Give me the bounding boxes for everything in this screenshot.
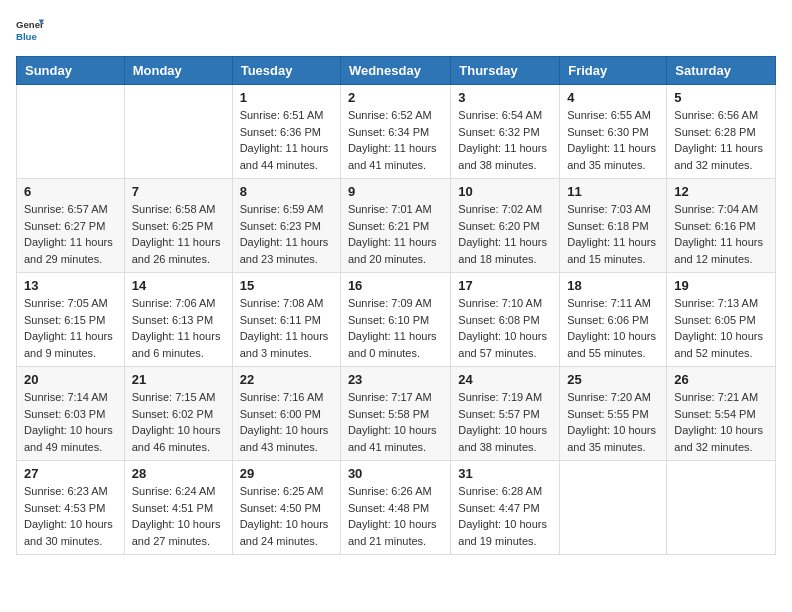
calendar-cell — [560, 461, 667, 555]
sunrise-text: Sunrise: 7:10 AM — [458, 297, 542, 309]
calendar-cell: 4 Sunrise: 6:55 AM Sunset: 6:30 PM Dayli… — [560, 85, 667, 179]
sunrise-text: Sunrise: 7:11 AM — [567, 297, 651, 309]
calendar-cell: 16 Sunrise: 7:09 AM Sunset: 6:10 PM Dayl… — [340, 273, 450, 367]
cell-content: Sunrise: 7:06 AM Sunset: 6:13 PM Dayligh… — [132, 295, 225, 361]
sunrise-text: Sunrise: 7:01 AM — [348, 203, 432, 215]
sunset-text: Sunset: 6:11 PM — [240, 314, 321, 326]
day-number: 31 — [458, 466, 552, 481]
daylight-text: Daylight: 11 hours and 0 minutes. — [348, 330, 437, 359]
day-number: 4 — [567, 90, 659, 105]
sunset-text: Sunset: 6:00 PM — [240, 408, 321, 420]
weekday-header: Monday — [124, 57, 232, 85]
daylight-text: Daylight: 11 hours and 3 minutes. — [240, 330, 329, 359]
cell-content: Sunrise: 6:57 AM Sunset: 6:27 PM Dayligh… — [24, 201, 117, 267]
cell-content: Sunrise: 7:01 AM Sunset: 6:21 PM Dayligh… — [348, 201, 443, 267]
day-number: 29 — [240, 466, 333, 481]
cell-content: Sunrise: 7:20 AM Sunset: 5:55 PM Dayligh… — [567, 389, 659, 455]
calendar-cell: 5 Sunrise: 6:56 AM Sunset: 6:28 PM Dayli… — [667, 85, 776, 179]
sunset-text: Sunset: 6:02 PM — [132, 408, 213, 420]
calendar-cell: 25 Sunrise: 7:20 AM Sunset: 5:55 PM Dayl… — [560, 367, 667, 461]
daylight-text: Daylight: 11 hours and 15 minutes. — [567, 236, 656, 265]
cell-content: Sunrise: 6:26 AM Sunset: 4:48 PM Dayligh… — [348, 483, 443, 549]
daylight-text: Daylight: 10 hours and 46 minutes. — [132, 424, 221, 453]
sunset-text: Sunset: 5:54 PM — [674, 408, 755, 420]
cell-content: Sunrise: 7:04 AM Sunset: 6:16 PM Dayligh… — [674, 201, 768, 267]
sunrise-text: Sunrise: 6:51 AM — [240, 109, 324, 121]
calendar-cell: 29 Sunrise: 6:25 AM Sunset: 4:50 PM Dayl… — [232, 461, 340, 555]
sunrise-text: Sunrise: 7:06 AM — [132, 297, 216, 309]
day-number: 23 — [348, 372, 443, 387]
calendar-row: 20 Sunrise: 7:14 AM Sunset: 6:03 PM Dayl… — [17, 367, 776, 461]
daylight-text: Daylight: 10 hours and 38 minutes. — [458, 424, 547, 453]
sunset-text: Sunset: 4:50 PM — [240, 502, 321, 514]
daylight-text: Daylight: 11 hours and 29 minutes. — [24, 236, 113, 265]
calendar-cell: 30 Sunrise: 6:26 AM Sunset: 4:48 PM Dayl… — [340, 461, 450, 555]
daylight-text: Daylight: 10 hours and 41 minutes. — [348, 424, 437, 453]
calendar-cell: 22 Sunrise: 7:16 AM Sunset: 6:00 PM Dayl… — [232, 367, 340, 461]
cell-content: Sunrise: 6:52 AM Sunset: 6:34 PM Dayligh… — [348, 107, 443, 173]
cell-content: Sunrise: 6:54 AM Sunset: 6:32 PM Dayligh… — [458, 107, 552, 173]
daylight-text: Daylight: 10 hours and 43 minutes. — [240, 424, 329, 453]
day-number: 5 — [674, 90, 768, 105]
daylight-text: Daylight: 10 hours and 35 minutes. — [567, 424, 656, 453]
daylight-text: Daylight: 11 hours and 41 minutes. — [348, 142, 437, 171]
sunset-text: Sunset: 5:57 PM — [458, 408, 539, 420]
day-number: 22 — [240, 372, 333, 387]
sunrise-text: Sunrise: 6:24 AM — [132, 485, 216, 497]
calendar-cell: 19 Sunrise: 7:13 AM Sunset: 6:05 PM Dayl… — [667, 273, 776, 367]
sunset-text: Sunset: 6:05 PM — [674, 314, 755, 326]
cell-content: Sunrise: 7:03 AM Sunset: 6:18 PM Dayligh… — [567, 201, 659, 267]
sunset-text: Sunset: 6:34 PM — [348, 126, 429, 138]
cell-content: Sunrise: 7:08 AM Sunset: 6:11 PM Dayligh… — [240, 295, 333, 361]
sunset-text: Sunset: 6:20 PM — [458, 220, 539, 232]
day-number: 20 — [24, 372, 117, 387]
calendar-cell: 18 Sunrise: 7:11 AM Sunset: 6:06 PM Dayl… — [560, 273, 667, 367]
logo-icon: General Blue — [16, 16, 44, 44]
daylight-text: Daylight: 10 hours and 27 minutes. — [132, 518, 221, 547]
weekday-header: Friday — [560, 57, 667, 85]
sunrise-text: Sunrise: 6:54 AM — [458, 109, 542, 121]
sunset-text: Sunset: 4:51 PM — [132, 502, 213, 514]
day-number: 24 — [458, 372, 552, 387]
daylight-text: Daylight: 11 hours and 12 minutes. — [674, 236, 763, 265]
cell-content: Sunrise: 6:24 AM Sunset: 4:51 PM Dayligh… — [132, 483, 225, 549]
sunrise-text: Sunrise: 6:28 AM — [458, 485, 542, 497]
sunrise-text: Sunrise: 7:04 AM — [674, 203, 758, 215]
daylight-text: Daylight: 10 hours and 30 minutes. — [24, 518, 113, 547]
weekday-header-row: SundayMondayTuesdayWednesdayThursdayFrid… — [17, 57, 776, 85]
sunrise-text: Sunrise: 7:14 AM — [24, 391, 108, 403]
day-number: 28 — [132, 466, 225, 481]
day-number: 14 — [132, 278, 225, 293]
sunset-text: Sunset: 6:06 PM — [567, 314, 648, 326]
cell-content: Sunrise: 7:11 AM Sunset: 6:06 PM Dayligh… — [567, 295, 659, 361]
sunrise-text: Sunrise: 7:09 AM — [348, 297, 432, 309]
day-number: 15 — [240, 278, 333, 293]
calendar-cell: 7 Sunrise: 6:58 AM Sunset: 6:25 PM Dayli… — [124, 179, 232, 273]
daylight-text: Daylight: 11 hours and 20 minutes. — [348, 236, 437, 265]
daylight-text: Daylight: 10 hours and 52 minutes. — [674, 330, 763, 359]
calendar-cell: 26 Sunrise: 7:21 AM Sunset: 5:54 PM Dayl… — [667, 367, 776, 461]
day-number: 1 — [240, 90, 333, 105]
sunset-text: Sunset: 6:13 PM — [132, 314, 213, 326]
sunset-text: Sunset: 6:30 PM — [567, 126, 648, 138]
cell-content: Sunrise: 6:59 AM Sunset: 6:23 PM Dayligh… — [240, 201, 333, 267]
daylight-text: Daylight: 10 hours and 19 minutes. — [458, 518, 547, 547]
cell-content: Sunrise: 7:05 AM Sunset: 6:15 PM Dayligh… — [24, 295, 117, 361]
header: General Blue — [16, 16, 776, 44]
sunset-text: Sunset: 4:47 PM — [458, 502, 539, 514]
weekday-header: Thursday — [451, 57, 560, 85]
day-number: 21 — [132, 372, 225, 387]
sunset-text: Sunset: 5:58 PM — [348, 408, 429, 420]
day-number: 13 — [24, 278, 117, 293]
logo: General Blue — [16, 16, 44, 44]
daylight-text: Daylight: 11 hours and 26 minutes. — [132, 236, 221, 265]
daylight-text: Daylight: 11 hours and 32 minutes. — [674, 142, 763, 171]
calendar-cell: 13 Sunrise: 7:05 AM Sunset: 6:15 PM Dayl… — [17, 273, 125, 367]
cell-content: Sunrise: 6:28 AM Sunset: 4:47 PM Dayligh… — [458, 483, 552, 549]
calendar-cell: 1 Sunrise: 6:51 AM Sunset: 6:36 PM Dayli… — [232, 85, 340, 179]
day-number: 9 — [348, 184, 443, 199]
sunrise-text: Sunrise: 7:16 AM — [240, 391, 324, 403]
calendar-cell: 20 Sunrise: 7:14 AM Sunset: 6:03 PM Dayl… — [17, 367, 125, 461]
sunset-text: Sunset: 6:15 PM — [24, 314, 105, 326]
cell-content: Sunrise: 7:14 AM Sunset: 6:03 PM Dayligh… — [24, 389, 117, 455]
